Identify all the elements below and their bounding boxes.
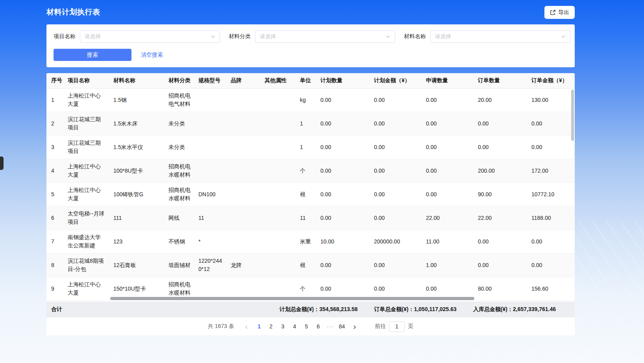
- project-name-select[interactable]: 请选择: [80, 30, 220, 43]
- column-header: 材料分类: [164, 73, 194, 88]
- table-cell: 1220*2440*12: [194, 253, 226, 277]
- table-cell: 111: [109, 206, 164, 230]
- table-cell: 1.5钢: [109, 88, 164, 112]
- table-cell: 1: [295, 135, 316, 159]
- table-cell: 上海松江中心大厦: [63, 277, 109, 300]
- filter-actions: 搜索 清空搜索: [54, 49, 568, 61]
- table-cell: 20.00: [473, 88, 527, 112]
- horizontal-scrollbar[interactable]: [110, 297, 474, 300]
- table-cell: 根: [295, 182, 316, 206]
- page-button[interactable]: 5: [300, 321, 312, 332]
- table-row[interactable]: 8滨江花城8期项目-分包12石膏板墙面辅材1220*2440*12龙牌根0.00…: [46, 253, 575, 277]
- table-cell: DN100: [194, 182, 226, 206]
- table-cell: 156.60: [527, 277, 575, 300]
- table-cell: 11: [194, 206, 226, 230]
- plan-total: 计划总金额(¥)：354,568,213.58: [279, 306, 357, 313]
- table-cell: 1.00: [421, 253, 473, 277]
- material-category-select[interactable]: 请选择: [255, 30, 395, 43]
- table-row[interactable]: 7南钢盛达大学生公寓新建123不锈钢*米重10.00200000.0011.00…: [46, 230, 575, 253]
- goto-page: 前往 页: [375, 321, 413, 332]
- table-cell: [226, 135, 260, 159]
- table-cell: 墙面辅材: [164, 253, 194, 277]
- table-cell: 0.00: [316, 112, 369, 135]
- table-cell: 滨江花城三期项目: [63, 135, 109, 159]
- table-row[interactable]: 4上海松江中心大厦100*8U型卡招商机电水暖材料个0.000.000.0020…: [46, 159, 575, 182]
- table-cell: 100*8U型卡: [109, 159, 164, 182]
- next-page-button[interactable]: ›: [352, 322, 357, 330]
- table-cell: 6: [46, 206, 63, 230]
- table-cell: [194, 135, 226, 159]
- table-cell: 0.00: [421, 88, 473, 112]
- table-cell: 0.00: [369, 253, 421, 277]
- table-cell: kg: [295, 88, 316, 112]
- table-cell: 招商机电水暖材料: [164, 182, 194, 206]
- table-cell: 172.00: [527, 159, 575, 182]
- table-cell: 0.00: [369, 159, 421, 182]
- table-cell: 上海松江中心大厦: [63, 182, 109, 206]
- summary-items: 计划总金额(¥)：354,568,213.58 订单总金额(¥)：1,050,1…: [279, 306, 556, 313]
- table-cell: 0.00: [421, 159, 473, 182]
- column-header: 规格型号: [194, 73, 226, 88]
- table-cell: [260, 135, 295, 159]
- clear-search-link[interactable]: 清空搜索: [141, 52, 163, 59]
- table-cell: 滨江花城三期项目: [63, 112, 109, 135]
- material-name-select[interactable]: 请选择: [430, 30, 570, 43]
- table-cell: [226, 88, 260, 112]
- table-cell: 0.00: [316, 159, 369, 182]
- export-icon: [550, 9, 556, 15]
- table-row[interactable]: 6太空电梯--月球项目111网线11110.000.0022.0022.0011…: [46, 206, 575, 230]
- total-label: 合计: [51, 306, 62, 313]
- table-cell: 9: [46, 277, 63, 300]
- page-button[interactable]: 1: [253, 321, 265, 332]
- table-cell: 0.00: [369, 182, 421, 206]
- table-cell: 0.00: [527, 112, 575, 135]
- export-button[interactable]: 导出: [544, 6, 575, 19]
- filter-group-project: 项目名称 请选择: [54, 30, 220, 43]
- table-row[interactable]: 5上海松江中心大厦100铸铁管G招商机电水暖材料DN100根0.000.000.…: [46, 182, 575, 206]
- side-drawer-handle[interactable]: [0, 157, 4, 170]
- table-cell: 龙牌: [226, 253, 260, 277]
- table-cell: 2: [46, 112, 63, 135]
- vertical-scrollbar[interactable]: [571, 90, 574, 141]
- table-cell: 1188.00: [527, 206, 575, 230]
- table-row[interactable]: 3滨江花城三期项目1.5米水平仪未分类10.000.000.000.000.00: [46, 135, 575, 159]
- goto-label: 前往: [375, 323, 386, 330]
- column-header: 项目名称: [63, 73, 109, 88]
- inbound-total-label: 入库总金额(¥)：: [473, 306, 513, 312]
- page-button[interactable]: 6: [312, 321, 324, 332]
- page-button[interactable]: 3: [277, 321, 289, 332]
- table-cell: 0.00: [316, 135, 369, 159]
- table-cell: 招商机电水暖材料: [164, 159, 194, 182]
- filter-row: 项目名称 请选择 材料分类 请选择 材料名称: [54, 30, 568, 43]
- table-row[interactable]: 2滨江花城三期项目1.5米木床未分类10.000.000.000.000.00: [46, 112, 575, 135]
- total-count: 共 1673 条: [208, 323, 234, 330]
- page-button[interactable]: 84: [336, 321, 348, 332]
- goto-suffix: 页: [408, 323, 413, 330]
- table-cell: 1.5米木床: [109, 112, 164, 135]
- select-placeholder: 请选择: [435, 33, 451, 40]
- page-button[interactable]: 4: [289, 321, 300, 332]
- table-cell: 12石膏板: [109, 253, 164, 277]
- search-button[interactable]: 搜索: [54, 49, 131, 61]
- table-row[interactable]: 1上海松江中心大厦1.5钢招商机电电气材料kg0.000.000.0020.00…: [46, 88, 575, 112]
- table-cell: 上海松江中心大厦: [63, 88, 109, 112]
- table-cell: 90.00: [473, 182, 527, 206]
- table-cell: 130.00: [527, 88, 575, 112]
- goto-page-input[interactable]: [389, 321, 405, 332]
- table-cell: 7: [46, 230, 63, 253]
- table-cell: 米重: [295, 230, 316, 253]
- table-cell: 上海松江中心大厦: [63, 159, 109, 182]
- page-ellipsis[interactable]: ···: [324, 321, 336, 332]
- column-header: 申请数量: [421, 73, 473, 88]
- table-cell: 滨江花城8期项目-分包: [63, 253, 109, 277]
- prev-page-button[interactable]: ‹: [244, 322, 250, 330]
- table-cell: 0.00: [527, 230, 575, 253]
- table-cell: [226, 182, 260, 206]
- table-cell: 招商机电电气材料: [164, 88, 194, 112]
- inbound-total-value: 2,657,339,761.46: [513, 306, 556, 312]
- order-total: 订单总金额(¥)：1,050,117,025.63: [374, 306, 457, 313]
- table-cell: 22.00: [421, 206, 473, 230]
- page-button[interactable]: 2: [265, 321, 277, 332]
- summary-row: 合计 计划总金额(¥)：354,568,213.58 订单总金额(¥)：1,05…: [46, 302, 575, 317]
- column-header: 序号: [46, 73, 63, 88]
